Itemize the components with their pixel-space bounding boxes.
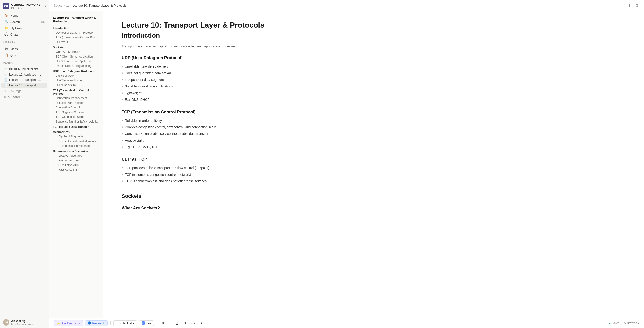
page-icon: 📄	[4, 73, 8, 76]
breadcrumb-current: Lecture 10: Transport Layer & Protocols	[72, 4, 126, 7]
link-button[interactable]: ✓ Link	[139, 320, 154, 326]
page-item-inf1006[interactable]: 📄 INF1006 Computer Networks: In...	[2, 67, 48, 72]
new-page-label: New Page	[8, 89, 21, 93]
doc-title: Lecture 10: Transport Layer & Protocols	[122, 20, 625, 29]
section-udpvstcp-title: UDP vs. TCP	[122, 157, 625, 162]
toc-item-udp-checksum[interactable]: UDP Checksum	[49, 83, 103, 87]
toc-subsection-mechanisms[interactable]: Mechanisms	[49, 129, 103, 134]
sidebar-item-quiz[interactable]: 📋 Quiz	[2, 52, 48, 58]
toc-section-tcp-reliable[interactable]: TCP Reliable Data Transfer	[49, 124, 103, 129]
settings-icon[interactable]: ⚙	[634, 2, 639, 9]
toc-item-what-sockets[interactable]: What Are Sockets?	[49, 49, 103, 54]
pages-section-label: Pages	[0, 59, 49, 65]
list-item: TCP implements congestion control (netwo…	[122, 171, 625, 178]
list-item: E.g. DNS, DHCP	[122, 96, 625, 103]
toc-item-udpvstcp[interactable]: UDP vs. TCP	[49, 40, 103, 44]
toc-item-tcp-segment[interactable]: TCP Segment Structure	[49, 110, 103, 115]
toc-section-udp-details[interactable]: UDP (User Datagram Protocol)	[49, 68, 103, 73]
word-count-label: 533 words	[624, 322, 637, 325]
saved-indicator: ● Saved	[609, 322, 620, 325]
list-item: Reliable, in-order delivery	[122, 117, 625, 124]
code-button[interactable]: <>	[190, 321, 197, 326]
bottom-toolbar: ✨ Ask Decosmic 🔵 Research ≡ Bullet List …	[49, 318, 644, 328]
word-count-display[interactable]: ≡ 533 words ▾	[621, 322, 639, 325]
breadcrumb-space[interactable]: Space	[54, 4, 62, 7]
toc-item-tcp-client[interactable]: TCP Client-Server Application	[49, 54, 103, 59]
toc-subitem-premature[interactable]: Premature Timeout	[49, 158, 103, 163]
toc-item-tcp[interactable]: TCP (Transmission Control Protocol)	[49, 35, 103, 40]
workspace-icon: CN	[3, 3, 9, 9]
udp-bullet-list: Unreliable, unordered delivery Does not …	[122, 63, 625, 103]
section-udp-title: UDP (User Datagram Protocol)	[122, 55, 625, 60]
toc-subitem-cumulative-ack[interactable]: Cumulative ACK	[49, 163, 103, 167]
breadcrumb-dots[interactable]: ...	[66, 4, 69, 7]
toc-item-congestion[interactable]: Congestion Control	[49, 105, 103, 110]
library-nav: 🗺 Maps 📋 Quiz	[0, 45, 49, 59]
bullet-list-chevron: ▾	[133, 322, 134, 325]
sidebar-item-maps-label: Maps	[10, 47, 18, 51]
all-pages-label: All Pages	[8, 95, 20, 98]
plus-icon: ＋	[4, 89, 7, 93]
toc-item-udp-client[interactable]: UDP Client-Server Application	[49, 59, 103, 64]
page-item-lecture11[interactable]: 📄 Lecture 11: Transport Layer 2	[2, 77, 48, 82]
sidebar-item-home[interactable]: 🏠 Home	[2, 12, 48, 18]
page-item-lecture12[interactable]: 📄 Lecture 12: Application Layer	[2, 72, 48, 77]
sidebar-item-search-label: Search	[10, 20, 20, 24]
list-item: Converts IP's unreliable service into re…	[122, 130, 625, 137]
page-item-inf1006-label: INF1006 Computer Networks: In...	[9, 67, 42, 71]
sidebar-item-myfiles-label: My Files	[10, 26, 22, 30]
doc-area: Lecture 10: Transport Layer & Protocols …	[103, 11, 644, 318]
sidebar-item-search[interactable]: 🔍 Search ⌘K	[2, 19, 48, 25]
toc-item-connection-mgmt[interactable]: Connection Management	[49, 96, 103, 100]
saved-label: Saved	[612, 322, 620, 325]
research-button[interactable]: 🔵 Research	[85, 320, 108, 326]
saved-dot: ●	[609, 322, 610, 325]
font-button[interactable]: A ▾	[198, 321, 207, 326]
toc-item-python[interactable]: Python Socket Programming	[49, 64, 103, 68]
ask-decosmic-button[interactable]: ✨ Ask Decosmic	[54, 320, 83, 326]
ai-sparkle-icon: ✨	[56, 321, 60, 325]
toc-subsection-retransmission[interactable]: Retransmission Scenarios	[49, 148, 103, 153]
toc-item-basics-udp[interactable]: Basics of UDP	[49, 73, 103, 78]
sidebar-item-maps[interactable]: 🗺 Maps	[2, 46, 48, 52]
sidebar-item-chats[interactable]: 💬 Chats	[2, 31, 48, 37]
strikethrough-button[interactable]: S	[182, 321, 188, 326]
list-item: TCP provides reliable transport and flow…	[122, 165, 625, 171]
doc-intro: Transport layer provides logical communi…	[122, 44, 625, 49]
toc-subitem-retransmission[interactable]: Retransmission Scenarios	[49, 144, 103, 148]
toc-item-udp-segment[interactable]: UDP Segment Format	[49, 78, 103, 83]
page-item-lecture10[interactable]: 📄 Lecture 10: Transport Layer &...	[2, 83, 48, 88]
toc-item-udp[interactable]: UDP (User Datagram Protocol)	[49, 30, 103, 35]
page-icon: 📄	[4, 78, 8, 82]
toc-subitem-cumulative[interactable]: Cumulative Acknowledgments	[49, 139, 103, 144]
breadcrumb: Space › ... › Lecture 10: Transport Laye…	[54, 4, 126, 7]
page-icon: 📄	[4, 67, 8, 71]
workspace-header[interactable]: CN Computer Networks INF 1006 ▾	[0, 0, 49, 11]
toc-subitem-fast-retransmit[interactable]: Fast Retransmit	[49, 167, 103, 172]
list-item: Does not guarantee data arrival	[122, 70, 625, 76]
grid-icon: ⊞	[4, 95, 6, 98]
toc-section-tcp-details[interactable]: TCP (Transmission Control Protocol)	[49, 87, 103, 96]
new-page-item[interactable]: ＋ New Page	[2, 88, 48, 94]
bullet-list-icon: ≡	[116, 322, 118, 325]
toc-subitem-lost-ack[interactable]: Lost ACK Scenario	[49, 153, 103, 158]
chats-icon: 💬	[4, 32, 8, 36]
export-icon[interactable]: ⬆	[627, 2, 632, 9]
toc-item-reliable-data[interactable]: Reliable Data Transfer	[49, 100, 103, 105]
toc-subitem-pipelined[interactable]: Pipelined Segments	[49, 134, 103, 139]
sidebar: CN Computer Networks INF 1006 ▾ 🏠 Home 🔍…	[0, 0, 49, 328]
search-shortcut: ⌘K	[41, 20, 45, 23]
sidebar-item-myfiles[interactable]: 📁 My Files	[2, 25, 48, 31]
bold-button[interactable]: B	[160, 321, 166, 326]
toc-section-sockets[interactable]: Sockets	[49, 44, 103, 49]
section-tcp-title: TCP (Transmission Control Protocol)	[122, 110, 625, 115]
toc-section-introduction[interactable]: Introduction	[49, 25, 103, 30]
udpvstcp-bullet-list: TCP provides reliable transport and flow…	[122, 165, 625, 184]
breadcrumb-sep2: ›	[70, 4, 71, 7]
underline-button[interactable]: U	[174, 321, 180, 326]
toc-item-seq-num[interactable]: Sequence Number & Acknowledgment	[49, 119, 103, 124]
bullet-list-button[interactable]: ≡ Bullet List ▾	[114, 320, 137, 326]
italic-button[interactable]: I	[168, 321, 172, 326]
all-pages-item[interactable]: ⊞ All Pages	[2, 94, 48, 99]
toc-item-tcp-connection[interactable]: TCP Connection Setup	[49, 115, 103, 119]
